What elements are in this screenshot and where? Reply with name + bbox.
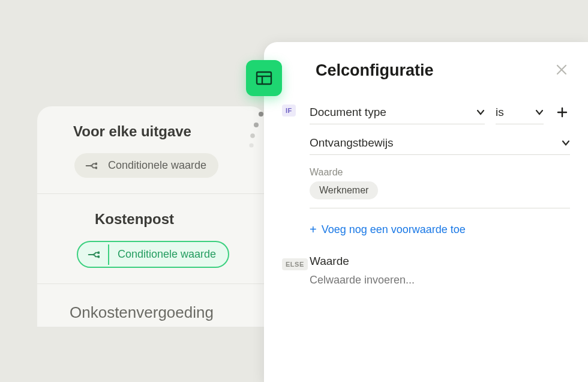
- section-reimbursement: Onkostenvergoeding: [37, 283, 265, 327]
- chevron-down-icon: [535, 107, 544, 118]
- value-chip-row: Werknemer: [310, 181, 570, 208]
- panel-title: Celconfiguratie: [316, 61, 539, 80]
- section-title: Kostenpost: [37, 194, 265, 241]
- select-value: Ontvangstbewijs: [310, 136, 393, 150]
- svg-point-1: [95, 167, 97, 169]
- pill-row: Conditionele waarde: [37, 153, 265, 193]
- else-badge: ELSE: [282, 258, 308, 270]
- add-condition-label: Voeg nog een voorwaarde toe: [322, 223, 466, 236]
- conditional-value-pill-active[interactable]: Conditionele waarde: [77, 241, 229, 268]
- pill-label: Conditionele waarde: [106, 153, 218, 178]
- pill-label: Conditionele waarde: [109, 242, 228, 267]
- chevron-down-icon: [562, 138, 570, 148]
- select-value: Document type: [310, 106, 386, 119]
- if-block: IF Document type is Ontvangstbewijs: [282, 101, 570, 237]
- if-badge: IF: [282, 105, 296, 117]
- chevron-down-icon: [476, 107, 485, 118]
- panel-header: Celconfiguratie: [282, 60, 570, 80]
- close-icon[interactable]: [553, 60, 570, 80]
- branch-icon: [74, 156, 106, 176]
- conditional-value-pill[interactable]: Conditionele waarde: [74, 153, 218, 178]
- svg-rect-12: [257, 72, 271, 84]
- value-select[interactable]: Ontvangstbewijs: [310, 132, 570, 155]
- section-cost-category: Kostenpost Conditionele waarde: [37, 193, 265, 283]
- else-block: ELSE Waarde: [282, 255, 570, 289]
- document-type-select[interactable]: Document type: [310, 101, 485, 124]
- value-chip[interactable]: Werknemer: [310, 181, 378, 199]
- table-cell-icon: [246, 60, 282, 96]
- add-condition-link[interactable]: + Voeg nog een voorwaarde toe: [310, 223, 570, 237]
- condition-row: Document type is: [310, 101, 570, 124]
- svg-point-2: [98, 252, 100, 253]
- select-value: is: [496, 106, 504, 119]
- else-value-label: Waarde: [310, 255, 570, 268]
- section-per-expense: Voor elke uitgave Conditionele waarde: [37, 106, 265, 193]
- branch-icon: [78, 244, 109, 265]
- left-config-card: Voor elke uitgave Conditionele waarde Ko…: [37, 106, 265, 327]
- cell-config-panel: Celconfiguratie IF Document type is: [264, 42, 588, 382]
- section-title: Onkostenvergoeding: [37, 284, 265, 327]
- value-label: Waarde: [310, 167, 570, 178]
- add-condition-icon[interactable]: [554, 105, 570, 121]
- pill-row: Conditionele waarde: [37, 241, 265, 283]
- operator-select[interactable]: is: [496, 101, 544, 124]
- plus-icon: +: [310, 223, 317, 237]
- section-title: Voor elke uitgave: [37, 106, 265, 153]
- svg-point-3: [98, 256, 100, 258]
- else-value-input[interactable]: [310, 271, 570, 289]
- svg-point-0: [95, 163, 97, 165]
